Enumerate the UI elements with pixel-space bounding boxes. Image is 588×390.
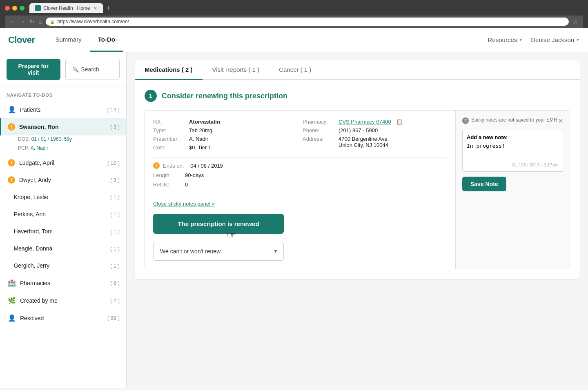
tab-summary[interactable]: Summary [47, 28, 89, 52]
prepare-for-visit-button[interactable]: Prepare for visit [7, 59, 60, 80]
content-tabs: Medications ( 2 ) Visit Reports ( 1 ) Ca… [135, 60, 580, 80]
todo-card: 1 Consider renewing this prescription RX… [135, 80, 580, 279]
app-logo: Clover [8, 35, 35, 45]
pharmacy-details: Pharmacy: CVS Pharmacy 07400 📋 Phone: (2… [303, 119, 447, 151]
pharmacy-link[interactable]: CVS Pharmacy 07400 [339, 119, 391, 125]
sidebar-item-gergich-jerry[interactable]: · Gergich, Jerry ( 1 ) [0, 257, 126, 274]
resources-button[interactable]: Resources ▼ [488, 36, 523, 43]
tab-visit-reports[interactable]: Visit Reports ( 1 ) [203, 60, 270, 80]
warning-icon: ! [8, 159, 15, 166]
sticky-header: ? Sticky notes are not saved to your EMR… [462, 117, 563, 125]
close-sticky-notes-link[interactable]: Close sticky notes panel « [153, 201, 215, 207]
resources-chevron-icon: ▼ [519, 38, 523, 42]
tab-title: Clover Health | Home [43, 5, 90, 11]
sidebar-item-knope-leslie[interactable]: · Knope, Leslie ( 1 ) [0, 188, 126, 206]
wont-renew-select[interactable]: We can't or won't renew [153, 242, 284, 261]
detail-main: RX: Atorvastatin Type: Tab 20mg Prescrib… [145, 111, 455, 269]
ends-warning-icon: ! [153, 162, 160, 169]
new-tab-button[interactable]: + [106, 4, 111, 13]
refresh-button[interactable]: ↻ [29, 18, 34, 25]
copy-icon[interactable]: 📋 [396, 119, 403, 125]
action-section: The prescription is renewed ☞ We can't o… [153, 214, 447, 261]
todo-header: 1 Consider renewing this prescription [145, 90, 570, 102]
main-layout: Prepare for visit 🔍 Search NAVIGATE TO-D… [0, 52, 588, 388]
sticky-notes-panel: ? Sticky notes are not saved to your EMR… [455, 111, 570, 269]
sticky-close-button[interactable]: ✕ [558, 117, 563, 125]
app-header: Clover Summary To-Do Resources ▼ Denise … [0, 28, 588, 52]
sidebar-item-pharmacies[interactable]: 🏥 Pharmacies ( 8 ) [0, 274, 126, 292]
info-icon: ? [462, 117, 469, 124]
url-text: https://www.cloverhealth.com/en/ [57, 19, 129, 24]
header-nav: Summary To-Do [47, 28, 123, 52]
sidebar-item-resolved[interactable]: 👤 Resolved ( 89 ) [0, 309, 126, 327]
sidebar: Prepare for visit 🔍 Search NAVIGATE TO-D… [0, 52, 127, 388]
todo-number: 1 [145, 90, 157, 102]
sidebar-item-patients[interactable]: 👤 Patients ( 19 ) [0, 101, 126, 118]
prescription-renewed-button[interactable]: The prescription is renewed [153, 214, 284, 234]
sticky-timestamp: 01 / 03 / 2019 - 9:17am [467, 162, 559, 167]
home-button[interactable]: ⌂ [38, 18, 42, 25]
lock-icon: 🔒 [50, 20, 55, 24]
created-icon: 🌿 [8, 297, 16, 304]
patient-pcp: PCP: A. Nadir [0, 145, 126, 154]
detail-container: RX: Atorvastatin Type: Tab 20mg Prescrib… [145, 110, 570, 269]
sidebar-item-created-by-me[interactable]: 🌿 Created by me ( 2 ) [0, 292, 126, 309]
sidebar-item-perkins-ann[interactable]: · Perkins, Ann ( 1 ) [0, 206, 126, 223]
back-button[interactable]: ← [10, 18, 16, 25]
sidebar-item-swanson-ron[interactable]: ! Swanson, Ron ( 3 ) [0, 118, 126, 135]
address-bar[interactable]: 🔒 https://www.cloverhealth.com/en/ [46, 18, 569, 26]
tab-medications[interactable]: Medications ( 2 ) [135, 60, 203, 80]
bookmark-icon[interactable]: ☆ [573, 18, 578, 25]
sticky-note-textarea[interactable] [467, 143, 559, 159]
sticky-info: ? Sticky notes are not saved to your EMR [462, 117, 557, 124]
close-dot[interactable] [5, 6, 10, 11]
browser-chrome: Clover Health | Home ✕ + ← → ↻ ⌂ 🔒 https… [0, 0, 588, 28]
sticky-note-title: Add a new note: [467, 134, 559, 140]
sidebar-item-dwyer-andy[interactable]: ! Dwyer, Andy ( 3 ) [0, 171, 126, 188]
todo-title: Consider renewing this prescription [162, 92, 287, 100]
sidebar-top: Prepare for visit 🔍 Search [0, 52, 126, 87]
sidebar-item-ludgate-april[interactable]: ! Ludgate, April ( 10 ) [0, 154, 126, 171]
save-note-button[interactable]: Save Note [462, 177, 506, 191]
header-right: Resources ▼ Denise Jackson ▼ [488, 36, 580, 43]
sidebar-item-meagle-donna[interactable]: · Meagle, Donna ( 1 ) [0, 240, 126, 257]
ends-on-row: ! Ends on: 04 / 08 / 2019 [153, 162, 447, 169]
search-button[interactable]: 🔍 Search [65, 59, 120, 80]
sidebar-item-haverford-tom[interactable]: · Haverford, Tom ( 1 ) [0, 223, 126, 240]
user-chevron-icon: ▼ [576, 38, 580, 42]
rx-pharmacy-row: RX: Atorvastatin Type: Tab 20mg Prescrib… [153, 119, 447, 151]
resolved-icon: 👤 [8, 314, 16, 322]
rx-details: RX: Atorvastatin Type: Tab 20mg Prescrib… [153, 119, 298, 151]
pharmacy-icon: 🏥 [8, 279, 16, 287]
nav-section-title: NAVIGATE TO-DOS [0, 87, 126, 101]
forward-button[interactable]: → [20, 18, 25, 25]
sticky-note-area: Add a new note: 01 / 03 / 2019 - 9:17am [462, 130, 563, 172]
wont-renew-wrapper: We can't or won't renew ▼ [153, 242, 284, 261]
browser-tab[interactable]: Clover Health | Home ✕ [29, 3, 103, 13]
fullscreen-dot[interactable] [20, 6, 24, 11]
patient-dob: DOB: 01 / 01 / 1960, 59y [0, 135, 126, 145]
minimize-dot[interactable] [12, 6, 17, 11]
warning-icon: ! [8, 176, 15, 184]
divider [153, 157, 447, 157]
user-menu-button[interactable]: Denise Jackson ▼ [531, 36, 580, 43]
patients-icon: 👤 [8, 106, 16, 113]
tab-favicon [35, 5, 41, 11]
tab-todo[interactable]: To-Do [90, 28, 123, 52]
content-area: Medications ( 2 ) Visit Reports ( 1 ) Ca… [127, 52, 588, 388]
tab-cancer[interactable]: Cancer ( 1 ) [269, 60, 321, 80]
search-icon: 🔍 [72, 66, 79, 73]
tab-close-btn[interactable]: ✕ [94, 6, 97, 11]
warning-icon: ! [8, 123, 15, 131]
